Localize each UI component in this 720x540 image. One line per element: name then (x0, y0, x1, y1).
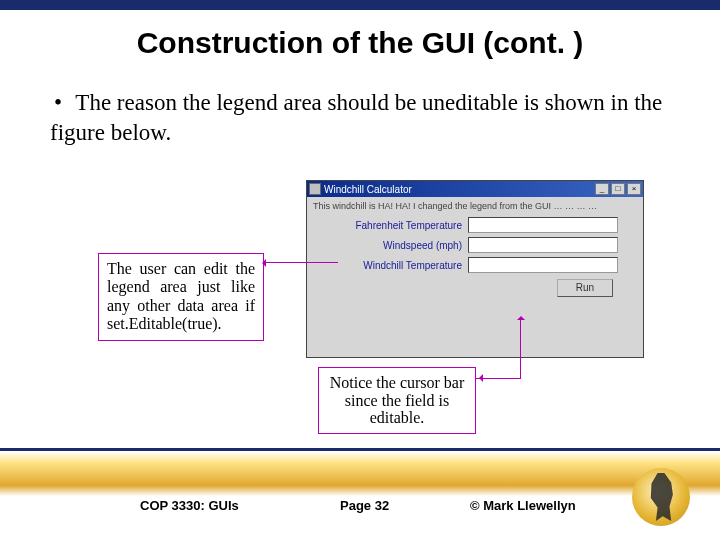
close-button[interactable]: × (627, 183, 641, 195)
callout-cursor-bar: Notice the cursor bar since the field is… (318, 367, 476, 434)
minimize-button[interactable]: _ (595, 183, 609, 195)
row-windchill: Windchill Temperature (313, 257, 637, 273)
arrow-callout2-v (520, 318, 521, 378)
row-windspeed: Windspeed (mph) (313, 237, 637, 253)
arrow-callout2-point (517, 312, 525, 320)
titlebar[interactable]: Windchill Calculator _ □ × (307, 181, 643, 197)
app-icon (309, 183, 321, 195)
label-windspeed: Windspeed (mph) (313, 240, 468, 251)
arrow-callout2-head (475, 374, 483, 382)
slide-title: Construction of the GUI (cont. ) (0, 26, 720, 60)
maximize-button[interactable]: □ (611, 183, 625, 195)
footer-page: Page 32 (340, 498, 389, 513)
ucf-logo (632, 468, 690, 526)
bullet-dot: • (54, 88, 70, 118)
windchill-window: Windchill Calculator _ □ × This windchil… (306, 180, 644, 358)
window-title: Windchill Calculator (324, 184, 412, 195)
top-accent-bar (0, 0, 720, 10)
legend-text[interactable]: This windchill is HA! HA! I changed the … (313, 201, 637, 211)
footer-band (0, 448, 720, 496)
bullet-content: The reason the legend area should be une… (50, 90, 662, 145)
run-button[interactable]: Run (557, 279, 613, 297)
arrow-callout1 (264, 262, 338, 263)
footer-course: COP 3330: GUIs (140, 498, 239, 513)
callout-editable-legend: The user can edit the legend area just l… (98, 253, 264, 341)
window-body: This windchill is HA! HA! I changed the … (307, 197, 643, 301)
row-temperature: Fahrenheit Temperature (313, 217, 637, 233)
footer-copyright: © Mark Llewellyn (470, 498, 576, 513)
label-temperature: Fahrenheit Temperature (313, 220, 468, 231)
field-windspeed[interactable] (468, 237, 618, 253)
bullet-text: • The reason the legend area should be u… (50, 88, 670, 148)
field-windchill[interactable] (468, 257, 618, 273)
field-temperature[interactable] (468, 217, 618, 233)
